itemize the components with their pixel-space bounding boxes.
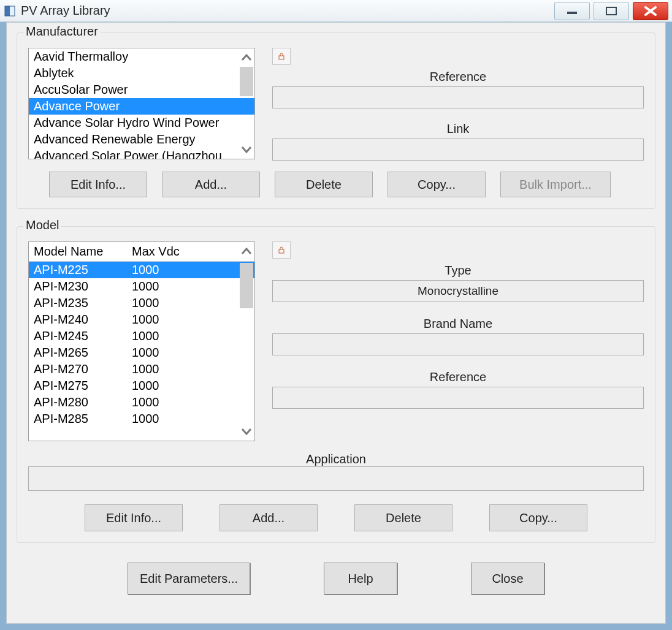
- manufacturer-listbox[interactable]: Aavid ThermalloyAblytekAccuSolar PowerAd…: [28, 48, 255, 159]
- svg-rect-5: [279, 56, 284, 59]
- titlebar: PV Array Library: [0, 0, 672, 22]
- cell-maxvdc: 1000: [132, 411, 250, 427]
- scroll-up-icon[interactable]: [241, 52, 252, 63]
- type-field[interactable]: Monocrystalline: [272, 280, 644, 302]
- cell-name: API-M285: [34, 411, 132, 427]
- cell-maxvdc: 1000: [132, 295, 250, 311]
- scroll-up-icon[interactable]: [241, 246, 252, 257]
- cell-name: API-M225: [34, 262, 132, 278]
- copy-button[interactable]: Copy...: [388, 172, 486, 197]
- list-item[interactable]: Advance Power: [29, 98, 254, 115]
- cell-name: API-M270: [34, 361, 132, 378]
- model-list-header: Model Name Max Vdc: [29, 242, 254, 262]
- table-row[interactable]: API-M2801000: [29, 394, 254, 411]
- table-row[interactable]: API-M2251000: [29, 262, 254, 278]
- app-icon: [4, 5, 16, 17]
- application-field[interactable]: [28, 466, 644, 491]
- cell-maxvdc: 1000: [132, 344, 250, 361]
- table-row[interactable]: API-M2701000: [29, 361, 254, 378]
- svg-rect-3: [567, 12, 577, 14]
- model-legend: Model: [23, 218, 61, 232]
- table-row[interactable]: API-M2851000: [29, 411, 254, 427]
- list-item[interactable]: Advance Solar Hydro Wind Power: [29, 115, 254, 131]
- type-label: Type: [445, 264, 471, 278]
- scrollbar-thumb[interactable]: [240, 67, 253, 96]
- column-name-header: Model Name: [34, 245, 132, 259]
- application-label: Application: [306, 452, 366, 466]
- add-button[interactable]: Add...: [162, 172, 260, 197]
- close-window-button[interactable]: [633, 2, 668, 20]
- cell-name: API-M235: [34, 295, 132, 311]
- footer-buttons: Edit Parameters... Help Close: [17, 563, 655, 594]
- scroll-down-icon[interactable]: [241, 144, 252, 155]
- link-field[interactable]: [272, 139, 644, 161]
- table-row[interactable]: API-M2351000: [29, 295, 254, 311]
- table-row[interactable]: API-M2401000: [29, 311, 254, 328]
- list-item[interactable]: Ablytek: [29, 65, 254, 82]
- close-button[interactable]: Close: [471, 563, 544, 594]
- cell-name: API-M240: [34, 311, 132, 328]
- cell-maxvdc: 1000: [132, 378, 250, 394]
- cell-maxvdc: 1000: [132, 311, 250, 328]
- manufacturer-group: Manufacturer Aavid ThermalloyAblytekAccu…: [17, 32, 655, 209]
- svg-rect-4: [606, 7, 616, 15]
- window-title: PV Array Library: [21, 4, 110, 18]
- lock-button[interactable]: [272, 241, 291, 259]
- client-area: Manufacturer Aavid ThermalloyAblytekAccu…: [6, 22, 666, 624]
- lock-button[interactable]: [272, 48, 291, 65]
- bulk-import-button[interactable]: Bulk Import...: [500, 172, 611, 197]
- window-controls: [554, 2, 668, 20]
- cell-maxvdc: 1000: [132, 394, 250, 411]
- help-button[interactable]: Help: [324, 563, 397, 594]
- window: PV Array Library Manufacturer: [0, 0, 672, 630]
- list-item[interactable]: AccuSolar Power: [29, 82, 254, 98]
- cell-name: API-M245: [34, 328, 132, 344]
- edit-info-button[interactable]: Edit Info...: [49, 172, 147, 197]
- table-row[interactable]: API-M2751000: [29, 378, 254, 394]
- scroll-down-icon[interactable]: [241, 426, 252, 437]
- cell-maxvdc: 1000: [132, 328, 250, 344]
- model-reference-label: Reference: [430, 370, 486, 384]
- cell-maxvdc: 1000: [132, 262, 250, 278]
- brand-field[interactable]: [272, 333, 644, 355]
- list-item[interactable]: Advanced Renewable Energy: [29, 131, 254, 148]
- link-label: Link: [447, 122, 470, 136]
- model-delete-button[interactable]: Delete: [354, 504, 452, 531]
- maximize-button[interactable]: [594, 2, 629, 20]
- model-listbox[interactable]: Model Name Max Vdc API-M2251000API-M2301…: [28, 241, 255, 441]
- reference-label: Reference: [430, 70, 486, 84]
- table-row[interactable]: API-M2451000: [29, 328, 254, 344]
- cell-maxvdc: 1000: [132, 361, 250, 378]
- model-copy-button[interactable]: Copy...: [489, 504, 587, 531]
- list-item[interactable]: Aavid Thermalloy: [29, 48, 254, 65]
- svg-rect-1: [10, 6, 15, 16]
- edit-parameters-button[interactable]: Edit Parameters...: [128, 563, 250, 594]
- reference-field[interactable]: [272, 86, 644, 108]
- delete-button[interactable]: Delete: [275, 172, 373, 197]
- model-group: Model Model Name Max Vdc: [17, 226, 655, 543]
- cell-name: API-M280: [34, 394, 132, 411]
- svg-rect-0: [5, 6, 10, 16]
- cell-name: API-M275: [34, 378, 132, 394]
- model-reference-field[interactable]: [272, 387, 644, 409]
- table-row[interactable]: API-M2651000: [29, 344, 254, 361]
- list-item[interactable]: Advanced Solar Power (Hangzhou: [29, 148, 254, 159]
- cell-name: API-M230: [34, 278, 132, 295]
- cell-maxvdc: 1000: [132, 278, 250, 295]
- column-maxvdc-header: Max Vdc: [132, 245, 250, 259]
- cell-name: API-M265: [34, 344, 132, 361]
- svg-rect-6: [279, 249, 284, 253]
- model-edit-info-button[interactable]: Edit Info...: [85, 504, 183, 531]
- manufacturer-legend: Manufacturer: [23, 25, 101, 39]
- minimize-button[interactable]: [554, 2, 590, 20]
- brand-label: Brand Name: [424, 317, 492, 331]
- table-row[interactable]: API-M2301000: [29, 278, 254, 295]
- model-add-button[interactable]: Add...: [220, 504, 318, 531]
- scrollbar-thumb[interactable]: [240, 263, 253, 308]
